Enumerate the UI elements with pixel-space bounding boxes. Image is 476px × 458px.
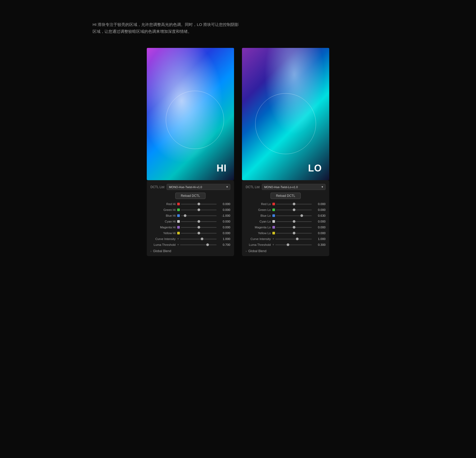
lo-yellow-value: 0.000 xyxy=(313,232,326,235)
description-line2: 区域，让您通过调整较暗区域的色调来增加深度和情绪。 xyxy=(93,29,192,34)
lo-green-track-wrap[interactable] xyxy=(276,207,312,212)
lo-yellow-track-wrap[interactable] xyxy=(276,231,312,235)
lo-cyan-label: Cyan Lo xyxy=(246,220,271,223)
lo-green-track xyxy=(276,210,312,210)
hi-slider-red: Red Hi 0.000 xyxy=(150,202,230,206)
lo-magenta-track xyxy=(276,227,312,228)
lo-green-value: 0.000 xyxy=(313,208,326,211)
lo-red-thumb xyxy=(293,203,295,205)
hi-global-blend-label: Global Blend xyxy=(153,249,171,253)
lo-global-blend-row[interactable]: › Global Blend xyxy=(246,249,326,253)
lo-red-swatch xyxy=(272,203,275,205)
hi-cyan-thumb xyxy=(198,220,200,223)
lo-green-label: Green Lo xyxy=(246,208,271,211)
lo-panel-header: DCTL List MONO-Hue-Twist-Lo-v1.0 ▾ xyxy=(246,184,326,190)
hi-yellow-value: 0.000 xyxy=(218,232,230,235)
lo-reload-button[interactable]: Reload DCTL xyxy=(271,193,301,199)
hi-red-label: Red Hi xyxy=(150,202,176,206)
lo-luma-threshold-plus: + xyxy=(272,243,274,247)
hi-slider-magenta: Magenta Hi 0.000 xyxy=(150,225,230,230)
lo-slider-magenta: Magenta Lo 0.000 xyxy=(246,225,326,230)
lo-slider-curve-intensity: Curve Intensity + 1.000 xyxy=(246,237,326,241)
hi-slider-curve-intensity: Curve Intensity + 1.000 xyxy=(150,237,230,241)
lo-blue-track-wrap[interactable] xyxy=(276,213,312,218)
lo-curve-intensity-track xyxy=(275,239,312,239)
lo-blue-swatch xyxy=(272,214,275,217)
hi-global-blend-chevron: › xyxy=(150,250,152,253)
description-line1: HI 滑块专注于较亮的区域，允许您调整高光的色调。同时，LO 滑块可让您控制阴影 xyxy=(93,22,239,27)
hi-magenta-track-wrap[interactable] xyxy=(181,225,217,230)
hi-dctl-select[interactable]: MONO-Hue-Twist-Hi-v1.0 ▾ xyxy=(167,184,230,190)
hi-global-blend-row[interactable]: › Global Blend xyxy=(150,249,230,253)
hi-panel-header: DCTL List MONO-Hue-Twist-Hi-v1.0 ▾ xyxy=(150,184,230,190)
hi-slider-cyan: Cyan Hi 0.000 xyxy=(150,219,230,224)
hi-magenta-track xyxy=(181,227,217,228)
hi-red-track-wrap[interactable] xyxy=(181,202,217,206)
lo-dctl-list-label: DCTL List xyxy=(246,185,260,189)
lo-dctl-chevron: ▾ xyxy=(322,185,323,189)
hi-control-panel: DCTL List MONO-Hue-Twist-Hi-v1.0 ▾ Reloa… xyxy=(147,180,234,256)
lo-dctl-select[interactable]: MONO-Hue-Twist-Lo-v1.0 ▾ xyxy=(262,184,326,190)
hi-luma-threshold-value: 0.700 xyxy=(218,243,230,246)
lo-yellow-swatch xyxy=(272,232,275,234)
hi-curve-intensity-track-wrap[interactable] xyxy=(180,237,217,241)
hi-slider-blue: Blue Hi -1.000 xyxy=(150,213,230,218)
lo-cyan-value: 0.000 xyxy=(313,220,326,223)
hi-circle xyxy=(166,91,224,149)
lo-global-blend-label: Global Blend xyxy=(248,249,267,253)
panels-row: HI DCTL List MONO-Hue-Twist-Hi-v1.0 ▾ Re… xyxy=(93,48,383,256)
hi-luma-threshold-thumb xyxy=(206,243,209,246)
lo-slider-blue: Blue Lo 0.630 xyxy=(246,213,326,218)
hi-green-label: Green Hi xyxy=(150,208,176,211)
lo-curve-intensity-track-wrap[interactable] xyxy=(275,237,312,241)
lo-dctl-value: MONO-Hue-Twist-Lo-v1.0 xyxy=(264,185,298,189)
hi-red-track xyxy=(181,204,217,205)
hi-cyan-track-wrap[interactable] xyxy=(181,219,217,224)
hi-red-value: 0.000 xyxy=(218,202,230,206)
hi-yellow-label: Yellow Hi xyxy=(150,232,176,235)
lo-red-track xyxy=(276,204,312,205)
lo-magenta-label: Magenta Lo xyxy=(246,226,271,229)
lo-yellow-label: Yellow Lo xyxy=(246,232,271,235)
hi-blue-label: Blue Hi xyxy=(150,214,176,217)
lo-panel-col: LO DCTL List MONO-Hue-Twist-Lo-v1.0 ▾ Re… xyxy=(242,48,329,256)
lo-luma-threshold-track-wrap[interactable] xyxy=(275,242,312,247)
lo-cyan-swatch xyxy=(272,220,275,223)
hi-blue-track-wrap[interactable] xyxy=(181,213,217,218)
lo-luma-threshold-thumb xyxy=(287,243,289,246)
hi-magenta-label: Magenta Hi xyxy=(150,226,176,229)
hi-yellow-thumb xyxy=(198,232,200,234)
hi-luma-threshold-label: Luma Threshold xyxy=(150,243,176,246)
hi-green-track-wrap[interactable] xyxy=(181,207,217,212)
lo-label: LO xyxy=(308,163,322,174)
lo-luma-threshold-label: Luma Threshold xyxy=(246,243,271,246)
lo-magenta-thumb xyxy=(293,226,295,229)
hi-curve-intensity-label: Curve Intensity xyxy=(150,237,176,241)
lo-cyan-track xyxy=(276,221,312,222)
lo-slider-luma-threshold: Luma Threshold + 0.300 xyxy=(246,242,326,247)
hi-luma-threshold-track-wrap[interactable] xyxy=(180,242,217,247)
lo-magenta-track-wrap[interactable] xyxy=(276,225,312,230)
lo-cyan-track-wrap[interactable] xyxy=(276,219,312,224)
hi-dctl-value: MONO-Hue-Twist-Hi-v1.0 xyxy=(169,185,202,189)
lo-curve-intensity-thumb xyxy=(296,238,299,240)
lo-red-track-wrap[interactable] xyxy=(276,202,312,206)
lo-slider-green: Green Lo 0.000 xyxy=(246,207,326,212)
hi-yellow-track-wrap[interactable] xyxy=(181,231,217,235)
lo-blue-label: Blue Lo xyxy=(246,214,271,217)
hi-label: HI xyxy=(217,163,227,174)
lo-slider-yellow: Yellow Lo 0.000 xyxy=(246,231,326,235)
hi-green-track xyxy=(181,210,217,210)
lo-control-panel: DCTL List MONO-Hue-Twist-Lo-v1.0 ▾ Reloa… xyxy=(242,180,329,256)
hi-magenta-swatch xyxy=(177,226,180,229)
lo-green-swatch xyxy=(272,208,275,211)
hi-color-preview: HI xyxy=(147,48,234,180)
lo-curve-intensity-plus: + xyxy=(272,237,274,241)
hi-red-thumb xyxy=(198,203,200,205)
hi-reload-btn-row: Reload DCTL xyxy=(150,193,230,199)
hi-dctl-list-label: DCTL List xyxy=(150,185,164,189)
hi-magenta-thumb xyxy=(198,226,200,229)
lo-luma-threshold-track xyxy=(275,244,312,245)
lo-magenta-swatch xyxy=(272,226,275,229)
hi-reload-button[interactable]: Reload DCTL xyxy=(175,193,206,199)
